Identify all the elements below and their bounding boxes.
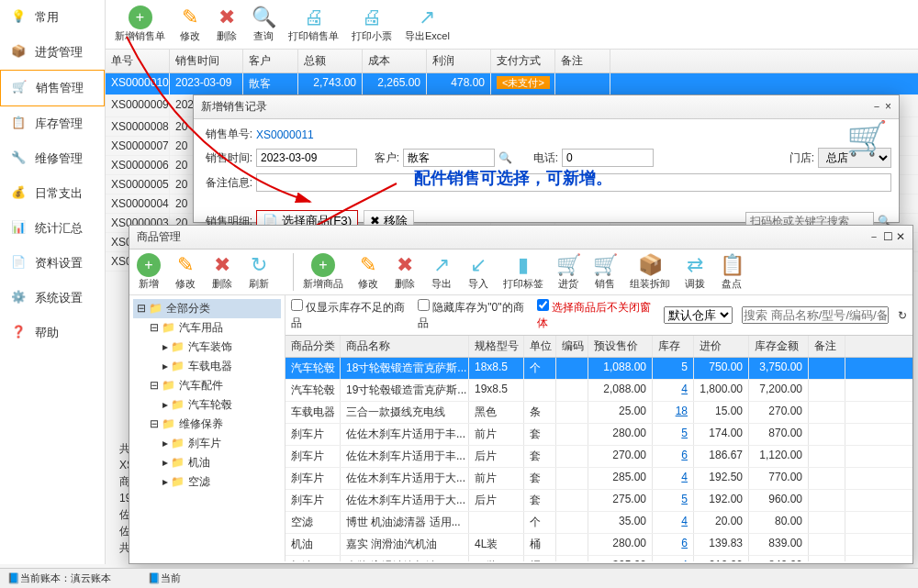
tree-node[interactable]: ⊟ 📁 汽车用品 [133,318,281,338]
sales-row[interactable]: XS00000102023-03-09散客2,743.002,265.00478… [106,73,918,95]
customer-input[interactable] [403,149,495,167]
tree-node[interactable]: ⊟ 📁 维修保养 [133,415,281,434]
chk-hidezero[interactable]: 隐藏库存为"0"的商品 [418,299,528,331]
prod-col[interactable]: 单位 [524,336,556,357]
sidebar-item-0[interactable]: 💡常用 [0,0,105,35]
sidebar-item-6[interactable]: 📊统计汇总 [0,211,105,246]
col-销售时间[interactable]: 销售时间 [170,50,243,72]
prod-toolbar-盘点[interactable]: 📋盘点 [720,253,744,291]
prod-col[interactable]: 编码 [556,336,588,357]
prod-toolbar-修改[interactable]: ✎修改 [174,253,197,291]
warehouse-select[interactable]: 默认仓库 [664,306,733,324]
toolbar-删除[interactable]: ✖删除 [215,6,239,43]
col-备注[interactable]: 备注 [555,50,610,72]
prod-col[interactable]: 库存金额 [749,336,809,357]
tree-node[interactable]: ⊟ 📁 全部分类 [133,299,281,318]
product-row[interactable]: 机油嘉实 润滑油汽机油4L装桶280.006139.83839.00 [285,534,912,556]
tree-node[interactable]: ⊟ 📁 汽车配件 [133,376,281,395]
close-icon[interactable]: － × [871,99,891,115]
prod-toolbar-刷新[interactable]: ↻刷新 [247,253,271,291]
sidebar-item-1[interactable]: 📦进货管理 [0,35,105,70]
sale-time-label: 销售时间: [201,150,256,166]
phone-input[interactable] [562,149,654,167]
prod-toolbar-删除[interactable]: ✖删除 [393,253,417,291]
sidebar-label: 常用 [35,9,59,26]
toolbar-打印销售单[interactable]: 🖨打印销售单 [288,6,339,43]
toolbar-icon: ↻ [247,253,271,277]
prod-toolbar-进货[interactable]: 🛒进货 [556,253,580,291]
prod-col[interactable]: 商品名称 [341,336,469,357]
product-row[interactable]: 空滤博世 机油滤清器 适用...个35.00420.0080.00 [285,512,912,534]
toolbar-新增销售单[interactable]: +新增销售单 [115,6,165,43]
prod-col[interactable]: 商品分类 [285,336,341,357]
prod-toolbar-新增[interactable]: +新增 [137,253,161,291]
col-成本[interactable]: 成本 [363,50,427,72]
prod-col[interactable]: 预设售价 [588,336,653,357]
customer-label: 客户: [357,150,403,166]
prod-toolbar-组装拆卸[interactable]: 📦组装拆卸 [630,253,670,291]
col-支付方式[interactable]: 支付方式 [491,50,555,72]
col-单号[interactable]: 单号 [106,50,170,72]
sidebar-item-4[interactable]: 🔧维修管理 [0,141,105,176]
product-row[interactable]: 刹车片佐佐木刹车片适用于大...前片套285.004192.50770.00 [285,468,912,490]
prod-toolbar-导入[interactable]: ↙导入 [466,253,490,291]
toolbar-icon: ↗ [415,6,439,29]
tree-node[interactable]: ▸ 📁 汽车装饰 [133,338,281,357]
sidebar-icon: ❓ [11,325,28,341]
prod-toolbar-销售[interactable]: 🛒销售 [593,253,617,291]
toolbar-查询[interactable]: 🔍查询 [252,6,275,43]
product-row[interactable]: 汽车轮毂18寸轮毂锻造雷克萨斯...18x8.5个1,088.005750.00… [285,358,912,380]
prod-col[interactable]: 规格型号 [469,336,524,357]
chk-keepopen[interactable]: 选择商品后不关闭窗体 [537,299,655,331]
prod-toolbar-修改[interactable]: ✎修改 [356,253,380,291]
toolbar-icon: 📋 [720,253,744,277]
chk-lowstock[interactable]: 仅显示库存不足的商品 [291,299,409,331]
product-row[interactable]: 刹车片佐佐木刹车片适用于丰...前片套280.005174.00870.00 [285,424,912,446]
prod-col[interactable]: 库存 [653,336,694,357]
col-客户[interactable]: 客户 [243,50,298,72]
sale-time-input[interactable] [256,149,357,167]
tree-node[interactable]: ▸ 📁 空滤 [133,472,281,492]
product-row[interactable]: 刹车片佐佐木刹车片适用于丰...后片套270.006186.671,120.00 [285,446,912,468]
toolbar-icon: ▮ [511,253,535,277]
sidebar-item-2[interactable]: 🛒销售管理 [0,70,105,106]
toolbar-icon: + [311,253,335,277]
refresh-icon[interactable]: ↻ [898,309,907,322]
prod-toolbar-新增商品[interactable]: +新增商品 [303,253,343,291]
tree-node[interactable]: ▸ 📁 刹车片 [133,434,281,453]
prod-toolbar-删除[interactable]: ✖删除 [210,253,234,291]
product-search-input[interactable] [742,306,889,324]
col-总额[interactable]: 总额 [298,50,363,72]
sidebar-item-8[interactable]: ⚙️系统设置 [0,281,105,316]
product-row[interactable]: 刹车片佐佐木刹车片适用于大...后片套275.005192.00960.00 [285,490,912,512]
sidebar-item-5[interactable]: 💰日常支出 [0,176,105,211]
status-account: 📘 当前账本：滇云账本 [7,571,129,585]
prod-toolbar-导出[interactable]: ↗导出 [430,253,453,291]
col-利润[interactable]: 利润 [427,50,491,72]
sidebar-item-3[interactable]: 📋库存管理 [0,106,105,141]
sidebar-item-9[interactable]: ❓帮助 [0,316,105,350]
tree-node[interactable]: ▸ 📁 车载电器 [133,357,281,376]
main-toolbar: +新增销售单✎修改✖删除🔍查询🖨打印销售单🖨打印小票↗导出Excel [106,0,918,50]
toolbar-icon: 🛒 [556,253,580,277]
search-icon[interactable]: 🔍 [498,151,512,164]
toolbar-导出Excel[interactable]: ↗导出Excel [405,6,450,43]
product-row[interactable]: 汽车轮毂19寸轮毂锻造雷克萨斯...19x8.52,088.0041,800.0… [285,380,912,402]
sidebar-item-7[interactable]: 📄资料设置 [0,246,105,281]
window-controls[interactable]: － ☐ ✕ [868,229,905,245]
tree-node[interactable]: ▸ 📁 机油 [133,453,281,472]
toolbar-修改[interactable]: ✎修改 [178,6,202,43]
prod-col[interactable]: 备注 [809,336,845,357]
product-row[interactable]: 车载电器三合一款摄线充电线黑色条25.001815.00270.00 [285,402,912,424]
remark-input[interactable] [256,173,891,192]
sidebar-icon: 📦 [11,44,28,61]
sidebar-label: 日常支出 [35,185,83,202]
prod-toolbar-打印标签[interactable]: ▮打印标签 [503,253,543,291]
product-row[interactable]: 机油壳牌 润滑油汽机油4L装桶305.004210.00840.00 [285,556,912,561]
prod-toolbar-调拨[interactable]: ⇄调拨 [683,253,707,291]
sidebar: 💡常用📦进货管理🛒销售管理📋库存管理🔧维修管理💰日常支出📊统计汇总📄资料设置⚙️… [0,0,106,564]
prod-col[interactable]: 进价 [694,336,749,357]
sidebar-icon: 💰 [11,185,28,202]
tree-node[interactable]: ▸ 📁 汽车轮毂 [133,395,281,415]
toolbar-打印小票[interactable]: 🖨打印小票 [352,6,392,43]
